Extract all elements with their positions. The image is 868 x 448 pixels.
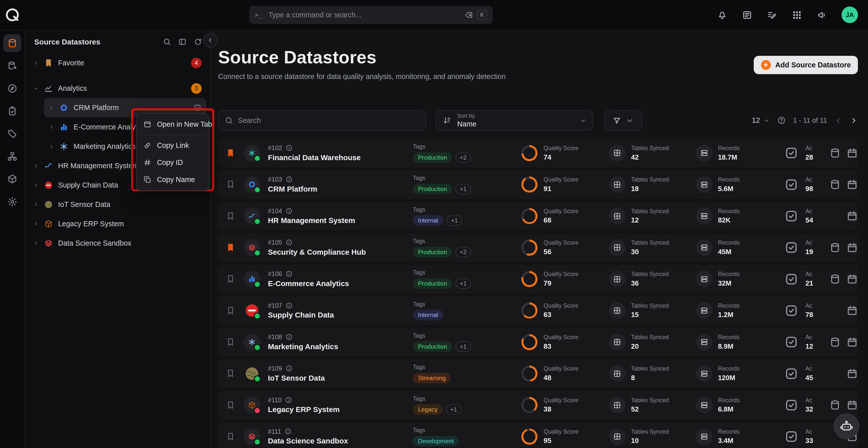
sidebar-search-icon[interactable] <box>163 38 171 46</box>
calendar-icon[interactable] <box>846 179 858 190</box>
rail-explore-icon[interactable] <box>3 80 21 97</box>
command-input[interactable] <box>268 11 459 19</box>
sidebar-item-favorite[interactable]: Favorite4 <box>28 53 207 73</box>
checks-icon[interactable] <box>784 335 798 349</box>
datastore-row-security-compliance-hub[interactable]: #105 Security & Compliance Hub Tags Prod… <box>218 233 858 262</box>
info-icon[interactable] <box>285 365 293 372</box>
sync-db-icon[interactable] <box>829 273 841 285</box>
info-icon[interactable] <box>284 428 292 435</box>
info-icon[interactable] <box>285 207 293 215</box>
bookmark-icon[interactable] <box>226 148 235 158</box>
user-avatar[interactable]: JA <box>842 6 858 23</box>
rail-sync-icon[interactable] <box>3 57 21 74</box>
checks-icon[interactable] <box>784 304 798 317</box>
sidebar-item-legacy-erp-system[interactable]: Legacy ERP System <box>28 214 207 234</box>
sidebar-item-iot-sensor-data[interactable]: IoT Sensor Data <box>28 195 207 214</box>
menu-item-copy-link[interactable]: Copy Link <box>139 137 207 154</box>
rail-datastores-icon[interactable] <box>3 34 21 52</box>
bookmark-icon[interactable] <box>226 274 235 284</box>
info-icon[interactable] <box>285 144 293 151</box>
calendar-icon[interactable] <box>846 305 858 316</box>
calendar-icon[interactable] <box>846 210 858 222</box>
rail-settings-icon[interactable] <box>3 193 21 210</box>
sync-db-icon[interactable] <box>829 147 841 159</box>
command-search[interactable]: >_ K <box>249 6 493 24</box>
add-source-datastore-button[interactable]: Add Source Datastore <box>754 56 858 74</box>
changelog-icon[interactable] <box>742 10 752 20</box>
datastore-row-data-science-sandbox[interactable]: #111 Data Science Sandbox Tags Developme… <box>218 422 858 448</box>
page-size-select[interactable]: 12 <box>752 116 770 125</box>
chevron-right-icon[interactable] <box>33 163 39 169</box>
compose-icon[interactable] <box>767 10 777 20</box>
sidebar-collapse-button[interactable] <box>203 33 217 47</box>
info-icon[interactable] <box>285 270 293 278</box>
search-input[interactable] <box>238 116 420 125</box>
rail-checks-icon[interactable] <box>3 102 21 120</box>
bookmark-icon[interactable] <box>226 337 235 347</box>
notifications-icon[interactable] <box>717 10 727 20</box>
bookmark-icon[interactable] <box>226 211 235 221</box>
sidebar-panel-icon[interactable] <box>178 38 187 46</box>
datastore-row-legacy-erp-system[interactable]: #110 Legacy ERP System Tags Legacy+1 Qua… <box>218 391 858 419</box>
checks-icon[interactable] <box>784 178 798 192</box>
announcements-icon[interactable] <box>817 10 827 20</box>
calendar-icon[interactable] <box>846 336 858 348</box>
rail-lineage-icon[interactable] <box>3 147 21 165</box>
info-icon[interactable] <box>285 239 293 246</box>
prev-page-icon[interactable] <box>834 116 843 125</box>
checks-icon[interactable] <box>784 241 798 254</box>
chevron-right-icon[interactable] <box>49 105 54 111</box>
info-icon[interactable] <box>285 176 293 183</box>
info-icon[interactable] <box>285 333 293 341</box>
calendar-icon[interactable] <box>846 242 858 253</box>
sync-db-icon[interactable] <box>829 336 841 348</box>
sidebar-refresh-icon[interactable] <box>194 38 202 46</box>
app-logo[interactable] <box>0 6 25 23</box>
calendar-icon[interactable] <box>846 368 858 379</box>
calendar-icon[interactable] <box>846 399 858 411</box>
chevron-right-icon[interactable] <box>33 60 39 66</box>
checks-icon[interactable] <box>784 367 798 381</box>
bookmark-icon[interactable] <box>226 369 235 378</box>
filter-button[interactable] <box>604 110 642 130</box>
sidebar-item-data-science-sandbox[interactable]: Data Science Sandbox <box>28 234 207 253</box>
datastore-row-hr-management-system[interactable]: #104 HR Management System Tags Internal+… <box>218 202 858 230</box>
info-icon[interactable] <box>285 397 292 404</box>
sync-db-icon[interactable] <box>829 179 841 190</box>
bookmark-icon[interactable] <box>226 306 235 315</box>
datastore-row-supply-chain-data[interactable]: #107 Supply Chain Data Tags Internal Qua… <box>218 296 858 325</box>
datastore-row-crm-platform[interactable]: #103 CRM Platform Tags Production+1 Qual… <box>218 170 858 199</box>
checks-icon[interactable] <box>784 146 798 160</box>
calendar-icon[interactable] <box>846 147 858 159</box>
datastore-row-financial-data-warehouse[interactable]: #102 Financial Data Warehouse Tags Produ… <box>218 139 858 167</box>
sync-db-icon[interactable] <box>829 399 841 411</box>
chevron-right-icon[interactable] <box>33 221 39 227</box>
info-icon[interactable] <box>285 302 293 309</box>
sort-select[interactable]: Sort by Name <box>436 110 593 130</box>
datastore-row-marketing-analytics[interactable]: #108 Marketing Analytics Tags Production… <box>218 328 858 356</box>
datastore-row-iot-sensor-data[interactable]: #109 IoT Sensor Data Tags Streaming Qual… <box>218 359 858 388</box>
chevron-right-icon[interactable] <box>49 125 54 130</box>
menu-item-copy-name[interactable]: Copy Name <box>139 171 207 188</box>
search-field[interactable] <box>218 110 426 130</box>
menu-item-copy-id[interactable]: Copy ID <box>139 154 207 171</box>
checks-icon[interactable] <box>784 209 798 223</box>
help-icon[interactable] <box>777 116 786 125</box>
apps-grid-icon[interactable] <box>792 10 802 20</box>
checks-icon[interactable] <box>784 272 798 286</box>
chevron-down-icon[interactable] <box>33 86 39 91</box>
backspace-icon[interactable] <box>464 10 473 20</box>
chevron-right-icon[interactable] <box>33 240 39 246</box>
sidebar-item-analytics[interactable]: Analytics3 <box>28 79 207 98</box>
assistant-bot-button[interactable] <box>834 414 859 439</box>
bookmark-icon[interactable] <box>226 180 235 189</box>
bookmark-icon[interactable] <box>226 243 235 252</box>
checks-icon[interactable] <box>784 429 798 444</box>
checks-icon[interactable] <box>784 398 798 412</box>
next-page-icon[interactable] <box>849 116 858 125</box>
chevron-right-icon[interactable] <box>33 202 39 207</box>
calendar-icon[interactable] <box>846 273 858 285</box>
menu-item-open-in-new-tab[interactable]: Open in New Tab <box>139 116 207 133</box>
chevron-right-icon[interactable] <box>49 144 54 149</box>
sync-db-icon[interactable] <box>829 242 841 253</box>
